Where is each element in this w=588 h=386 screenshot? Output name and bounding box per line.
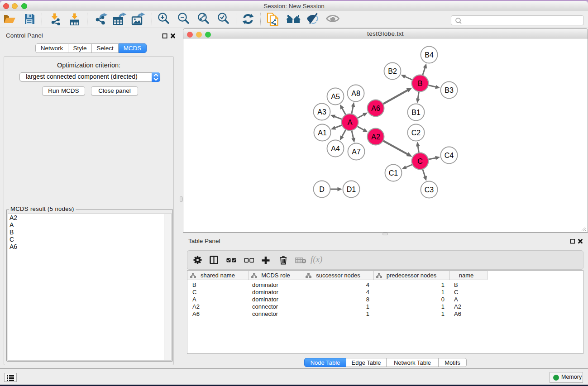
- svg-text:B: B: [417, 79, 422, 87]
- svg-text:A7: A7: [352, 148, 361, 155]
- svg-text:B3: B3: [445, 86, 454, 94]
- svg-text:A2: A2: [371, 133, 380, 140]
- svg-text:B1: B1: [411, 108, 421, 116]
- svg-text:A8: A8: [351, 89, 360, 97]
- svg-text:A5: A5: [331, 92, 340, 100]
- svg-text:B2: B2: [388, 67, 397, 75]
- svg-text:C4: C4: [444, 151, 454, 159]
- svg-text:A: A: [347, 118, 352, 126]
- svg-text:A6: A6: [371, 104, 380, 112]
- svg-text:A3: A3: [317, 108, 326, 115]
- svg-text:A1: A1: [318, 129, 327, 136]
- svg-text:D1: D1: [346, 185, 356, 193]
- svg-text:C1: C1: [388, 169, 398, 176]
- svg-text:D: D: [319, 185, 325, 193]
- svg-text:C2: C2: [411, 129, 421, 136]
- svg-text:B4: B4: [425, 51, 434, 58]
- svg-text:C3: C3: [424, 186, 434, 193]
- svg-text:C: C: [417, 157, 423, 165]
- svg-text:A4: A4: [331, 144, 340, 152]
